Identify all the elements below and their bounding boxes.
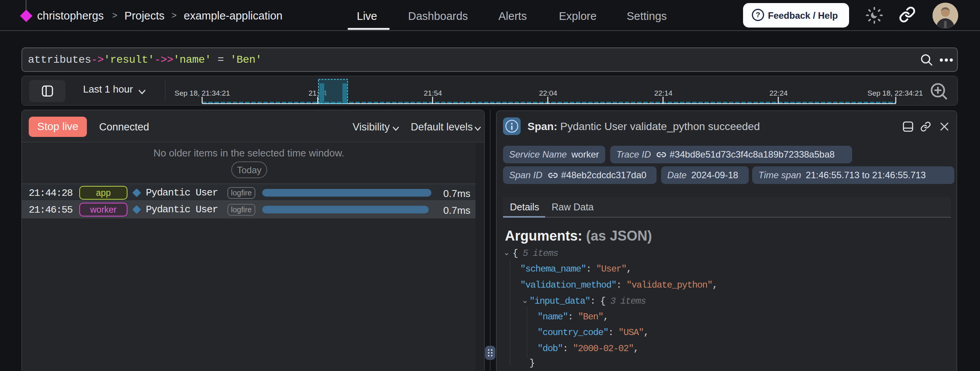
svg-text:?: ? (756, 11, 760, 19)
